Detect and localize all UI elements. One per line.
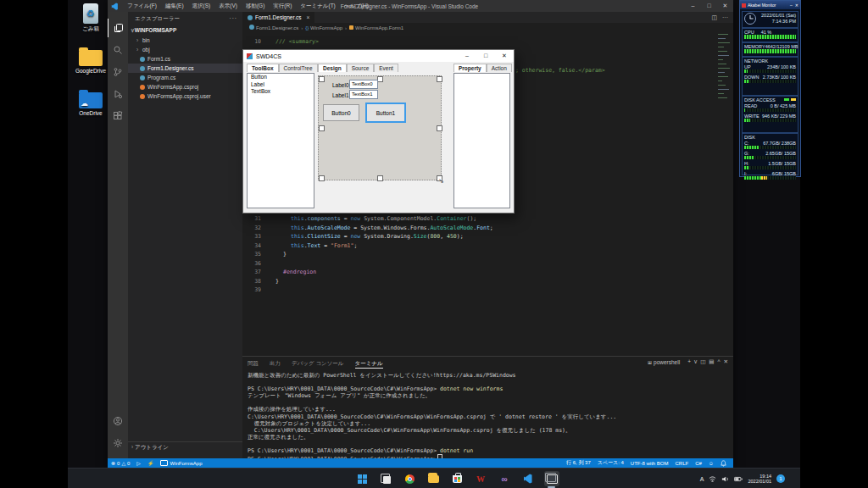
tree-item-WinFormsApp.csproj[interactable]: WinFormsApp.csproj [128, 82, 242, 92]
selection-handle[interactable] [377, 175, 383, 181]
panel-tab-3[interactable]: ターミナル [355, 360, 383, 369]
breadcrumb-item-0[interactable]: Form1.Designer.cs [249, 25, 298, 30]
taskbar-clock[interactable]: 19:142022/01/01 [748, 474, 771, 485]
extensions-icon[interactable] [108, 107, 128, 125]
settings-gear-icon[interactable] [108, 434, 128, 452]
menu-2[interactable]: 選択(S) [188, 0, 215, 12]
status-item-4[interactable]: C# [692, 458, 705, 468]
selection-handle[interactable] [319, 125, 325, 131]
menu-1[interactable]: 編集(E) [161, 0, 188, 12]
tab-controltree[interactable]: ControlTree [279, 64, 318, 72]
editor-more-actions-icon[interactable]: ··· [722, 14, 728, 20]
visual-studio-icon[interactable]: ∞ [497, 471, 512, 486]
notification-badge[interactable]: 1 [776, 474, 785, 483]
outline-section[interactable]: › アウトライン [128, 441, 242, 452]
selection-handle[interactable] [319, 76, 325, 82]
minimap[interactable] [717, 34, 732, 107]
maximize-button[interactable]: □ [701, 0, 717, 12]
toolbox-item-Button[interactable]: Button [248, 74, 314, 81]
control-Button0[interactable]: Button0 [323, 104, 359, 121]
menu-0[interactable]: ファイル(F) [123, 0, 161, 12]
swd4cs-close-button[interactable]: ✕ [495, 50, 514, 62]
vscode-icon[interactable] [520, 471, 536, 486]
explorer-more-icon[interactable]: ··· [230, 15, 238, 23]
notifications-bell-icon[interactable] [717, 458, 730, 468]
menu-4[interactable]: 移動(G) [242, 0, 269, 12]
swd4cs-minimize-button[interactable]: – [458, 50, 476, 62]
status-item-1[interactable]: スペース: 4 [594, 458, 627, 468]
w-app-icon[interactable]: W [473, 471, 488, 486]
selection-handle[interactable] [377, 76, 383, 82]
selection-handle[interactable] [437, 125, 442, 131]
feedback-smiley-icon[interactable]: ☺ [705, 458, 717, 468]
monitor-titlebar[interactable]: Akabei Monitor – ✕ [740, 1, 800, 9]
terminal-output[interactable]: 新機能と改善のために最新の PowerShell をインストールしてください!h… [248, 372, 730, 461]
tree-item-bin[interactable]: ›bin [128, 36, 242, 45]
status-run-icon[interactable]: ▷ [133, 458, 144, 468]
desktop-icon-onedrive[interactable]: ☁OneDrive [71, 86, 110, 116]
source-control-icon[interactable] [108, 63, 128, 81]
tab-toolbox[interactable]: ToolBox [247, 64, 279, 72]
account-icon[interactable] [108, 412, 128, 430]
task-view-button[interactable] [378, 471, 393, 486]
explorer-icon[interactable] [108, 19, 129, 37]
tab-source[interactable]: Source [347, 64, 375, 72]
breadcrumb-item-2[interactable]: WinFormsApp.Form1 [349, 25, 403, 30]
selection-handle[interactable] [319, 175, 325, 181]
battery-icon[interactable] [734, 475, 743, 483]
panel-action-0[interactable]: + [687, 358, 691, 364]
tab-action[interactable]: Action [487, 64, 512, 72]
swd4cs-maximize-button[interactable]: □ [476, 50, 495, 62]
monitor-close-button[interactable]: ✕ [795, 3, 798, 8]
status-item-2[interactable]: UTF-8 with BOM [627, 458, 672, 468]
panel-action-5[interactable]: ✕ [724, 358, 728, 364]
control-Button1[interactable]: Button1 [365, 103, 406, 123]
design-canvas[interactable]: Label0Label1TextBox0TextBox1Button0Butto… [318, 75, 442, 180]
tree-item-Form1.cs[interactable]: Form1.cs [128, 54, 242, 64]
status-item-0[interactable]: 行 6, 列 37 [563, 458, 594, 468]
chrome-icon[interactable] [402, 471, 417, 486]
control-TextBox0[interactable]: TextBox0 [349, 80, 378, 89]
tab-close-icon[interactable]: × [307, 14, 310, 20]
tree-item-obj[interactable]: ›obj [128, 45, 242, 54]
tree-item-Program.cs[interactable]: Program.cs [128, 73, 242, 82]
control-TextBox1[interactable]: TextBox1 [349, 90, 378, 99]
run-debug-icon[interactable] [108, 85, 128, 103]
status-item-3[interactable]: CRLF [672, 458, 693, 468]
microsoft-store-icon[interactable] [449, 471, 465, 486]
tree-item-WinFormsApp.csproj.user[interactable]: WinFormsApp.csproj.user [128, 92, 242, 101]
monitor-minimize-button[interactable]: – [790, 3, 793, 8]
selection-handle[interactable] [437, 76, 442, 82]
panel-action-4[interactable]: ^ [717, 358, 720, 364]
panel-action-3[interactable]: ▤ [709, 358, 714, 364]
menu-6[interactable]: ターミナル(T) [296, 0, 339, 12]
panel-tab-0[interactable]: 問題 [248, 360, 259, 368]
close-button[interactable]: ✕ [717, 0, 733, 12]
toolbox-item-Label[interactable]: Label [248, 81, 314, 89]
control-Label0[interactable]: Label0 [332, 82, 349, 88]
winforms-app-icon[interactable] [544, 471, 559, 486]
volume-icon[interactable] [721, 475, 729, 483]
panel-tab-2[interactable]: デバッグ コンソール [292, 360, 344, 368]
project-root-item[interactable]: ∨WINFORMSAPP [131, 25, 242, 35]
search-icon[interactable] [108, 41, 128, 59]
tree-item-Form1.Designer.cs[interactable]: Form1.Designer.cs [128, 64, 242, 73]
control-Label1[interactable]: Label1 [332, 92, 349, 98]
toolbox-item-TextBox[interactable]: TextBox [248, 88, 314, 96]
breadcrumb-item-1[interactable]: {} WinFormsApp [305, 25, 342, 30]
file-explorer-icon[interactable] [426, 471, 441, 486]
panel-action-2[interactable]: ◫ [700, 358, 705, 364]
tab-form1-designer[interactable]: Form1.Designer.cs × [242, 12, 315, 23]
menu-5[interactable]: 実行(R) [269, 0, 296, 12]
resize-grip-icon[interactable]: ↘ [438, 177, 444, 185]
tab-design[interactable]: Design [318, 64, 347, 72]
split-editor-icon[interactable]: ◫ [711, 14, 717, 21]
menu-3[interactable]: 表示(V) [214, 0, 242, 12]
panel-action-1[interactable]: v [694, 358, 697, 364]
start-button[interactable] [354, 471, 370, 486]
tab-event[interactable]: Event [374, 64, 398, 72]
desktop-icon-recycle-bin[interactable]: ♻ごみ箱 [71, 2, 110, 33]
wifi-icon[interactable] [709, 475, 716, 483]
panel-tab-1[interactable]: 出力 [270, 360, 281, 368]
ime-indicator[interactable]: A [700, 476, 704, 482]
